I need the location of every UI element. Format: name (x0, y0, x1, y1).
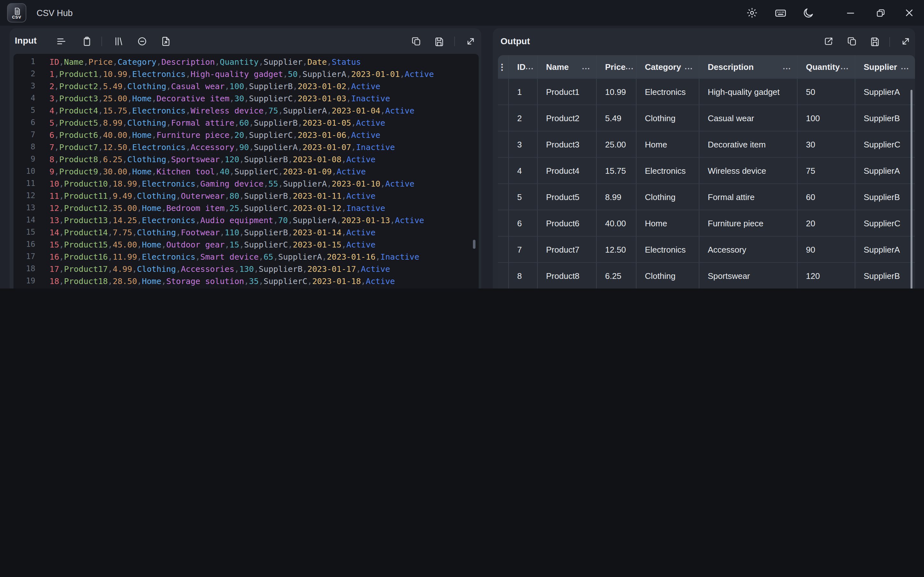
link-icon[interactable] (134, 33, 150, 49)
column-header-name[interactable]: Name... (538, 55, 597, 78)
editor-line[interactable]: 1716,Product16,11.99,Electronics,Smart d… (13, 251, 479, 263)
editor-line[interactable]: 87,Product7,12.50,Electronics,Accessory,… (13, 141, 479, 153)
column-menu-icon[interactable]: ... (783, 62, 791, 71)
table-cell[interactable]: 50 (798, 79, 855, 105)
table-cell[interactable]: Product3 (538, 131, 597, 157)
table-cell[interactable]: Sportswear (699, 263, 798, 288)
editor-line[interactable]: 1ID,Name,Price,Category,Description,Quan… (13, 56, 479, 68)
column-menu-icon[interactable]: ... (582, 62, 590, 71)
table-cell[interactable]: 40.00 (597, 210, 636, 236)
table-cell[interactable]: 6.25 (597, 263, 636, 288)
table-cell[interactable]: 6 (509, 210, 538, 236)
minimize-button[interactable] (843, 5, 858, 21)
editor-line[interactable]: 43,Product3,25.00,Home,Decorative item,3… (13, 92, 479, 105)
table-cell[interactable]: Product1 (538, 79, 597, 105)
table-cell[interactable]: Product6 (538, 210, 597, 236)
table-cell[interactable]: SupplierC (855, 210, 915, 236)
column-header-quantity[interactable]: Quantity... (798, 55, 855, 78)
table-vertical-scrollbar-thumb[interactable] (911, 90, 913, 288)
table-cell[interactable]: Electronics (636, 237, 699, 262)
editor-line[interactable]: 1312,Product12,35.00,Home,Bedroom item,2… (13, 202, 479, 214)
table-row[interactable]: 1Product110.99ElectronicsHigh-quality ga… (498, 78, 915, 105)
table-cell[interactable]: 8 (509, 263, 538, 288)
table-cell[interactable]: 15.75 (597, 158, 636, 183)
gear-icon[interactable] (744, 5, 760, 21)
table-cell[interactable]: Formal attire (699, 184, 798, 210)
table-cell[interactable]: Product4 (538, 158, 597, 183)
columns-icon[interactable] (110, 33, 126, 49)
table-cell[interactable]: Product7 (538, 237, 597, 262)
table-cell[interactable]: 5 (509, 184, 538, 210)
table-cell[interactable]: 90 (798, 237, 855, 262)
column-header-category[interactable]: Category... (636, 55, 699, 78)
table-row[interactable]: 4Product415.75ElectronicsWireless device… (498, 157, 915, 183)
editor-line[interactable]: 1110,Product10,18.99,Electronics,Gaming … (13, 177, 479, 190)
table-cell[interactable]: 3 (509, 131, 538, 157)
editor-line[interactable]: 109,Product9,30.00,Home,Kitchen tool,40,… (13, 165, 479, 177)
row-handle[interactable] (498, 263, 509, 288)
editor-line[interactable]: 32,Product2,5.49,Clothing,Casual wear,10… (13, 80, 479, 92)
column-header-supplier[interactable]: Supplier... (855, 55, 915, 78)
table-cell[interactable]: Accessory (699, 237, 798, 262)
editor-line[interactable]: 1817,Product17,4.99,Clothing,Accessories… (13, 263, 479, 275)
share-icon[interactable] (820, 33, 837, 49)
table-cell[interactable]: SupplierA (855, 79, 915, 105)
table-cell[interactable]: 8.99 (597, 184, 636, 210)
save-output-icon[interactable] (866, 33, 883, 49)
row-handle[interactable] (498, 131, 509, 157)
table-cell[interactable]: Product2 (538, 105, 597, 131)
row-handle[interactable] (498, 237, 509, 262)
editor-line[interactable]: 54,Product4,15.75,Electronics,Wireless d… (13, 105, 479, 117)
maximize-button[interactable] (873, 5, 888, 21)
column-menu-icon[interactable]: ... (685, 62, 693, 71)
table-row[interactable]: 6Product640.00HomeFurniture piece20Suppl… (498, 210, 915, 236)
column-header-id[interactable]: ID... (509, 55, 538, 78)
table-cell[interactable]: 1 (509, 79, 538, 105)
keyboard-icon[interactable] (772, 5, 788, 21)
table-cell[interactable]: SupplierB (855, 105, 915, 131)
editor-line[interactable]: 76,Product6,40.00,Home,Furniture piece,2… (13, 129, 479, 141)
table-cell[interactable]: 100 (798, 105, 855, 131)
table-cell[interactable]: Electronics (636, 158, 699, 183)
table-cell[interactable]: 25.00 (597, 131, 636, 157)
table-cell[interactable]: SupplierB (855, 184, 915, 210)
editor-line[interactable]: 1413,Product13,14.25,Electronics,Audio e… (13, 214, 479, 226)
table-cell[interactable]: 30 (798, 131, 855, 157)
editor-line[interactable]: 1615,Product15,45.00,Home,Outdoor gear,1… (13, 239, 479, 251)
editor-line[interactable]: 65,Product5,8.99,Clothing,Formal attire,… (13, 117, 479, 129)
paste-icon[interactable] (78, 33, 95, 49)
table-cell[interactable]: 5.49 (597, 105, 636, 131)
table-cell[interactable]: 60 (798, 184, 855, 210)
moon-icon[interactable] (800, 5, 816, 21)
table-cell[interactable]: Product8 (538, 263, 597, 288)
table-cell[interactable]: 7 (509, 237, 538, 262)
table-cell[interactable]: Product5 (538, 184, 597, 210)
csv-editor[interactable]: 1ID,Name,Price,Category,Description,Quan… (13, 54, 479, 288)
table-cell[interactable]: Home (636, 131, 699, 157)
table-row[interactable]: 7Product712.50ElectronicsAccessory90Supp… (498, 236, 915, 262)
editor-line[interactable]: 2019,Product19,16.49,Electronics,Compute… (13, 287, 479, 288)
table-cell[interactable]: Clothing (636, 263, 699, 288)
table-cell[interactable]: Electronics (636, 79, 699, 105)
row-handle[interactable] (498, 79, 509, 105)
row-handle[interactable] (498, 158, 509, 183)
column-header-price[interactable]: Price... (597, 55, 636, 78)
table-cell[interactable]: SupplierB (855, 263, 915, 288)
row-handle[interactable] (498, 105, 509, 131)
table-cell[interactable]: 120 (798, 263, 855, 288)
table-cell[interactable]: 10.99 (597, 79, 636, 105)
table-cell[interactable]: 75 (798, 158, 855, 183)
table-cell[interactable]: SupplierA (855, 158, 915, 183)
table-cell[interactable]: Clothing (636, 105, 699, 131)
editor-line[interactable]: 21,Product1,10.99,Electronics,High-quali… (13, 68, 479, 80)
kebab-menu-icon[interactable]: ⋮ (498, 55, 509, 78)
table-cell[interactable]: Clothing (636, 184, 699, 210)
editor-line[interactable]: 1514,Product14,7.75,Clothing,Footwear,11… (13, 226, 479, 239)
table-cell[interactable]: SupplierC (855, 131, 915, 157)
copy-output-icon[interactable] (843, 33, 860, 49)
column-menu-icon[interactable]: ... (901, 62, 909, 71)
row-handle[interactable] (498, 210, 509, 236)
table-row[interactable]: 3Product325.00HomeDecorative item30Suppl… (498, 131, 915, 157)
table-cell[interactable]: SupplierA (855, 237, 915, 262)
column-header-description[interactable]: Description... (699, 55, 798, 78)
